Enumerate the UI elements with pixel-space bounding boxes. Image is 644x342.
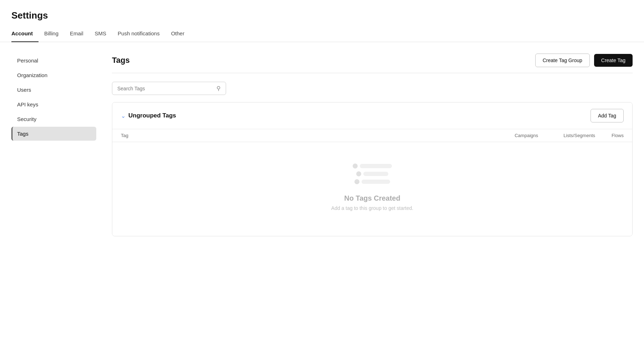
tags-title: Tags (112, 56, 130, 65)
sidebar-item-personal[interactable]: Personal (11, 54, 96, 67)
sidebar-item-api-keys[interactable]: API keys (11, 97, 96, 111)
search-input[interactable] (117, 86, 214, 91)
sidebar: Personal Organization Users API keys Sec… (0, 42, 103, 248)
tags-header-buttons: Create Tag Group Create Tag (535, 54, 633, 67)
top-nav: Account Billing Email SMS Push notificat… (0, 25, 644, 42)
sidebar-item-security[interactable]: Security (11, 112, 96, 126)
add-tag-button[interactable]: Add Tag (591, 109, 624, 122)
col-tag-header: Tag (121, 133, 492, 138)
content-area: Tags Create Tag Group Create Tag ⚲ ⌄ Ung… (103, 42, 644, 248)
tag-group-header: ⌄ Ungrouped Tags Add Tag (112, 102, 632, 129)
tab-push-notifications[interactable]: Push notifications (112, 25, 165, 42)
page-title: Settings (0, 0, 644, 21)
chevron-down-icon: ⌄ (121, 112, 126, 119)
create-tag-button[interactable]: Create Tag (594, 54, 633, 67)
ungrouped-tags-title: Ungrouped Tags (128, 112, 176, 119)
sidebar-item-organization[interactable]: Organization (11, 68, 96, 82)
empty-title: No Tags Created (344, 194, 400, 202)
tag-group-card: ⌄ Ungrouped Tags Add Tag Tag Campaigns L… (112, 102, 633, 236)
tag-group-title-area: ⌄ Ungrouped Tags (121, 112, 176, 119)
empty-state: No Tags Created Add a tag to this group … (112, 142, 632, 236)
tags-header: Tags Create Tag Group Create Tag (112, 54, 633, 67)
header-divider (112, 73, 633, 73)
col-lists-header: Lists/Segments (538, 133, 595, 138)
tag-table-header: Tag Campaigns Lists/Segments Flows (112, 129, 632, 142)
search-bar-container: ⚲ (112, 82, 633, 95)
tab-billing[interactable]: Billing (39, 25, 64, 42)
sidebar-item-users[interactable]: Users (11, 83, 96, 97)
main-layout: Personal Organization Users API keys Sec… (0, 42, 644, 248)
empty-subtitle: Add a tag to this group to get started. (331, 205, 413, 211)
tab-email[interactable]: Email (64, 25, 89, 42)
empty-illustration (353, 164, 392, 187)
search-icon: ⚲ (216, 85, 221, 92)
create-tag-group-button[interactable]: Create Tag Group (535, 54, 590, 67)
tab-other[interactable]: Other (165, 25, 190, 42)
col-flows-header: Flows (595, 133, 624, 138)
col-campaigns-header: Campaigns (492, 133, 538, 138)
sidebar-item-tags[interactable]: Tags (11, 127, 96, 141)
tab-sms[interactable]: SMS (89, 25, 112, 42)
tab-account[interactable]: Account (11, 25, 39, 42)
search-bar: ⚲ (112, 82, 226, 95)
